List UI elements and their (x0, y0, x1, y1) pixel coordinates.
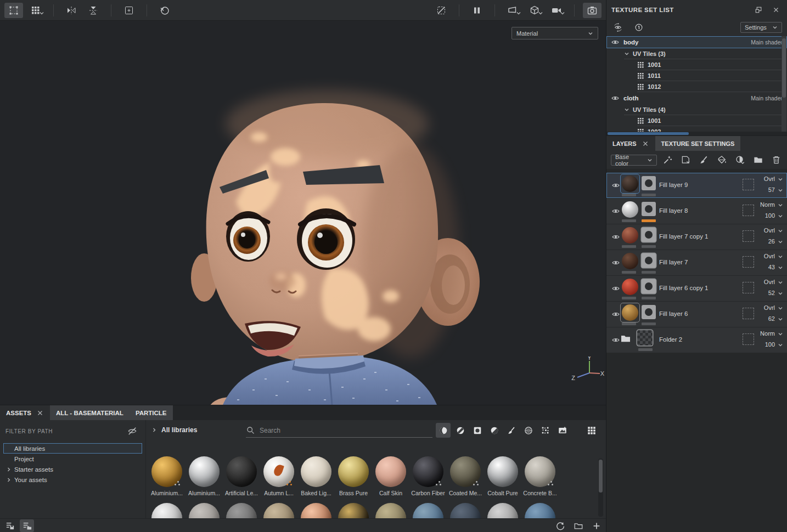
asset-item[interactable] (260, 503, 297, 518)
asset-item[interactable] (185, 503, 223, 518)
undock-panel-button[interactable] (752, 4, 764, 15)
filter-alphas-button[interactable] (470, 423, 485, 438)
anchor-point-slot[interactable] (743, 333, 754, 345)
eye-icon[interactable] (611, 94, 620, 103)
layer-row[interactable]: Fill layer 8Norm100 (606, 199, 787, 224)
layer-opacity-value[interactable]: 100 (765, 341, 775, 348)
blend-mode-dropdown[interactable]: Ovrl (764, 279, 775, 285)
tree-item-project[interactable]: Project (3, 454, 142, 464)
asset-item[interactable]: Coated Me... (447, 456, 484, 497)
layer-row[interactable]: Fill layer 9Ovrl57 (606, 173, 787, 198)
tree-item-all-libraries[interactable]: All libraries (3, 443, 142, 454)
visibility-solo-icon[interactable] (632, 21, 645, 33)
uv-tile-row[interactable]: 1001 (606, 115, 787, 126)
shading-mode-dropdown[interactable]: Material (511, 27, 598, 39)
asset-item[interactable]: Calf Skin (372, 456, 409, 497)
add-effect-button[interactable] (661, 154, 674, 167)
layer-mask-thumbnail[interactable] (642, 253, 656, 268)
add-asset-button[interactable] (589, 519, 604, 532)
layer-visibility-eye-icon[interactable] (611, 310, 620, 319)
focus-frame-button[interactable] (120, 3, 138, 18)
filter-textures-button[interactable] (521, 423, 536, 438)
layer-opacity-value[interactable]: 52 (768, 290, 775, 296)
uv-tile-row[interactable]: 1002 (606, 126, 787, 132)
layer-mask-thumbnail[interactable] (642, 228, 656, 242)
filter-materials-button[interactable] (436, 423, 451, 438)
scrollbar-thumb[interactable] (782, 38, 786, 98)
reset-rotation-button[interactable] (155, 3, 174, 18)
asset-item[interactable]: Cobalt Pure (484, 456, 521, 497)
layer-opacity-value[interactable]: 26 (768, 238, 775, 245)
uv-tile-select-button[interactable] (26, 3, 45, 18)
asset-item[interactable] (223, 503, 260, 518)
asset-item[interactable] (297, 503, 335, 518)
anchor-point-slot[interactable] (743, 179, 754, 190)
add-smart-material-button[interactable] (679, 154, 692, 167)
add-smart-mask-button[interactable] (733, 154, 746, 167)
tree-item-your-assets[interactable]: Your assets (3, 474, 142, 485)
layer-row[interactable]: Fill layer 6Ovrl62 (606, 302, 787, 327)
add-folder-button[interactable] (751, 154, 764, 167)
layer-opacity-value[interactable]: 62 (768, 315, 775, 322)
anchor-point-slot[interactable] (743, 282, 754, 293)
uv-tile-row[interactable]: 1001 (606, 59, 787, 70)
layer-row[interactable]: Fill layer 7Ovrl43 (606, 250, 787, 275)
close-panel-button[interactable] (770, 4, 782, 15)
asset-item[interactable] (447, 503, 484, 518)
anchor-point-slot[interactable] (743, 256, 754, 268)
export-assets-button[interactable] (3, 519, 17, 532)
blend-mode-dropdown[interactable]: Ovrl (764, 304, 775, 311)
texture-set-row[interactable]: bodyMain shader (606, 36, 787, 48)
asset-item[interactable]: Carbon Fiber (409, 456, 447, 497)
assets-scrollbar-thumb[interactable] (599, 460, 603, 493)
layer-row[interactable]: Fill layer 7 copy 1Ovrl26 (606, 224, 787, 250)
visibility-all-icon[interactable] (611, 21, 625, 33)
asset-item[interactable]: Autumn L... (260, 456, 297, 497)
add-paint-layer-button[interactable] (697, 154, 710, 167)
texture-set-list-scrollbar[interactable] (782, 36, 786, 132)
tab-layers[interactable]: LAYERS (606, 136, 655, 151)
layer-visibility-eye-icon[interactable] (611, 284, 620, 293)
anchor-point-slot[interactable] (743, 205, 754, 216)
uv-tiles-group[interactable]: UV Tiles (3) (606, 48, 787, 59)
hide-filter-button[interactable] (126, 426, 139, 437)
camera-settings-button[interactable] (547, 3, 566, 18)
pause-button[interactable] (468, 3, 486, 18)
hscrollbar-thumb[interactable] (608, 132, 689, 135)
selection-off-button[interactable] (432, 3, 451, 18)
display-settings-button[interactable] (503, 3, 522, 18)
marquee-select-button[interactable] (4, 3, 23, 18)
symmetry-x-button[interactable] (62, 3, 81, 18)
asset-item[interactable] (521, 503, 559, 518)
layer-visibility-eye-icon[interactable] (611, 233, 620, 241)
asset-item[interactable]: Baked Lig... (297, 456, 335, 497)
blend-mode-dropdown[interactable]: Ovrl (764, 227, 775, 234)
layer-mask-thumbnail[interactable] (642, 202, 656, 216)
texture-set-list-hscrollbar[interactable] (606, 132, 787, 135)
search-input[interactable] (260, 427, 413, 434)
texture-set-settings-dropdown[interactable]: Settings (740, 22, 782, 33)
grid-view-button[interactable] (584, 423, 599, 438)
blend-mode-dropdown[interactable]: Ovrl (764, 176, 775, 182)
close-icon[interactable] (36, 409, 44, 417)
new-folder-button[interactable] (571, 519, 586, 532)
layer-material-thumbnail[interactable] (620, 277, 640, 297)
tab-assets[interactable]: ASSETS (0, 405, 50, 420)
layer-visibility-eye-icon[interactable] (611, 258, 620, 267)
uv-tile-row[interactable]: 1012 (606, 81, 787, 92)
layer-opacity-value[interactable]: 100 (765, 212, 775, 219)
channel-dropdown[interactable]: Base color (611, 155, 657, 166)
library-breadcrumb[interactable]: All libraries (151, 426, 197, 434)
layer-visibility-eye-icon[interactable] (611, 207, 620, 216)
filter-brushes-button[interactable] (504, 423, 519, 438)
delete-layer-button[interactable] (769, 154, 783, 167)
layer-opacity-value[interactable]: 57 (768, 186, 775, 193)
symmetry-y-button[interactable] (84, 3, 103, 18)
shader-settings-button[interactable] (525, 3, 544, 18)
layer-material-thumbnail[interactable] (620, 251, 640, 271)
asset-item[interactable]: Aluminium... (185, 456, 223, 497)
layer-opacity-value[interactable]: 43 (768, 264, 775, 270)
asset-item[interactable]: Artificial Le... (223, 456, 260, 497)
layer-mask-thumbnail[interactable] (642, 305, 656, 319)
filter-smart-materials-button[interactable] (453, 423, 468, 438)
